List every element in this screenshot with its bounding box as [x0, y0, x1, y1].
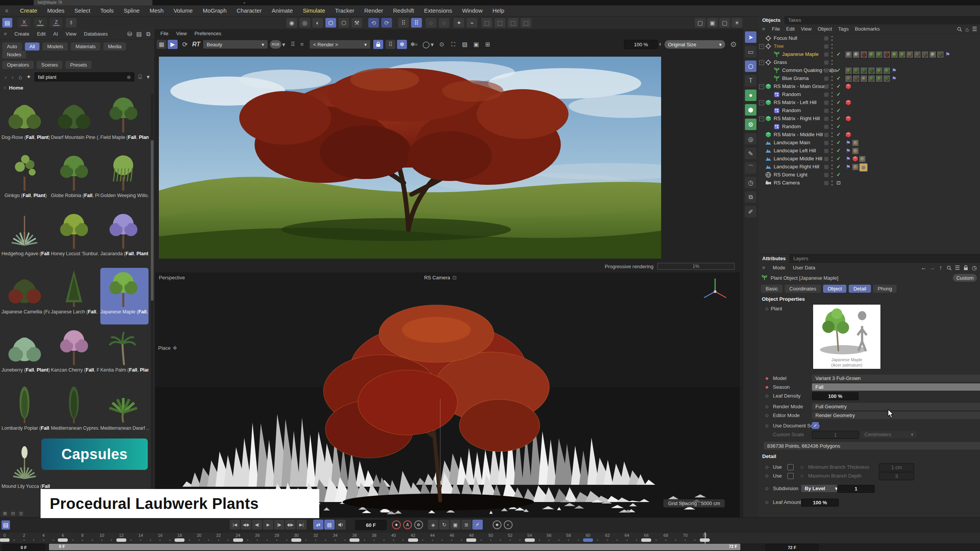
filter-auto[interactable]: Auto	[2, 42, 22, 51]
material-tag-icon[interactable]	[914, 51, 921, 58]
enable-check-icon[interactable]: ✓	[836, 116, 841, 121]
go-start-button[interactable]: |◀	[230, 520, 240, 530]
object-row[interactable]: Blue Grama●●✓⚑	[758, 75, 980, 83]
attr-menu-icon[interactable]: ≡	[758, 263, 769, 272]
enable-check-icon[interactable]: ✓	[836, 132, 841, 137]
refresh-icon[interactable]: ⟳	[180, 40, 190, 49]
asset-menu-databases[interactable]: Databases	[80, 29, 111, 39]
material-tag-icon[interactable]	[860, 51, 867, 58]
solo-icon[interactable]: ◉	[492, 520, 502, 530]
asset-menu-view[interactable]: View	[62, 29, 80, 39]
material-tag-icon[interactable]	[875, 67, 883, 74]
menu-modes[interactable]: Modes	[42, 5, 69, 16]
app-icon[interactable]: ≡	[0, 5, 13, 16]
menu-select[interactable]: Select	[69, 5, 95, 16]
database-icon[interactable]: ⛁	[126, 31, 134, 37]
attr-back-icon[interactable]: ←	[920, 264, 928, 271]
breadcrumb[interactable]: Home	[9, 85, 23, 91]
pencil-icon[interactable]: ✐	[745, 206, 756, 217]
layer-box[interactable]	[824, 141, 828, 145]
filter-all[interactable]: All	[25, 42, 39, 51]
box1-icon[interactable]: ⬚	[482, 18, 492, 28]
sound-icon[interactable]	[335, 520, 346, 530]
asset-item[interactable]: Golden Weeping Willo...	[100, 152, 149, 208]
visibility-dots[interactable]: ●●	[831, 91, 833, 98]
custom-button[interactable]: Custom	[953, 274, 977, 282]
object-row[interactable]: RS Dome Light●●✓	[758, 171, 980, 179]
asset-item[interactable]: Lombardy Poplar (Fall...	[2, 384, 50, 441]
filter-nodes[interactable]: Nodes	[2, 51, 26, 59]
axis-z-button[interactable]: Z	[50, 18, 63, 28]
object-row[interactable]: −RS Matrix - Left Hill●●✓	[758, 99, 980, 107]
home-icon[interactable]: ⌂	[16, 74, 24, 80]
attr-tab-phong[interactable]: Phong	[873, 285, 897, 293]
next-frame-button[interactable]: |▶	[274, 520, 284, 530]
use-checkbox[interactable]	[787, 464, 794, 470]
object-row[interactable]: Landscape Main●●✓⚑	[758, 139, 980, 147]
om-menu-object[interactable]: Object	[815, 24, 835, 34]
enable-check-icon[interactable]: ✓	[836, 108, 841, 113]
material-tag-icon[interactable]	[852, 147, 859, 155]
menu-simulate[interactable]: Simulate	[298, 5, 330, 16]
om-menu-icon[interactable]: ≡	[758, 24, 769, 34]
expander-icon[interactable]: −	[759, 84, 764, 89]
object-label[interactable]: Landscape Main	[774, 140, 810, 145]
filter-scenes[interactable]: Scenes	[37, 61, 62, 69]
snap-on-icon[interactable]: ⠿	[411, 18, 422, 28]
pass-dropdown[interactable]: Beauty▾	[203, 40, 268, 49]
render-icon[interactable]: ◉	[286, 18, 297, 28]
asset-item[interactable]: Dog-Rose (Fall, Plant)	[2, 93, 50, 150]
material-tag-icon[interactable]	[860, 75, 867, 82]
enable-check-icon[interactable]: ✓	[836, 156, 841, 161]
breadcrumb-back-icon[interactable]: ‹	[4, 84, 6, 91]
perspective-viewport[interactable]: Perspective RS Camera ⊡ Place ✥ Grid Spa…	[155, 272, 740, 517]
asset-menu-ai[interactable]: AI	[49, 29, 62, 39]
object-label[interactable]: Random	[782, 124, 801, 129]
enable-check-icon[interactable]: ✓	[836, 99, 841, 105]
keyframe-marker[interactable]	[0, 538, 10, 542]
add-view-icon[interactable]: ⊞	[483, 40, 493, 49]
keyframe-options-icon[interactable]: ⚙	[413, 520, 424, 530]
menu-character[interactable]: Character	[232, 5, 267, 16]
object-row[interactable]: Common Quaking Grass●●✓⚑	[758, 67, 980, 75]
enable-check-icon[interactable]: ✓	[836, 148, 841, 153]
expander-icon[interactable]: −	[759, 116, 764, 121]
material-tag-icon[interactable]	[898, 51, 906, 58]
asset-menu-create[interactable]: Create	[11, 29, 33, 39]
menu-tracker[interactable]: Tracker	[330, 5, 359, 16]
visibility-dots[interactable]: ●●	[831, 163, 833, 170]
model-value[interactable]: Variant 3 Full-Grown	[812, 375, 980, 382]
visibility-dots[interactable]: ●●	[831, 67, 833, 74]
layout-icon[interactable]: ▤	[135, 31, 143, 37]
object-row[interactable]: Random●●✓	[758, 107, 980, 115]
keyframe-marker[interactable]	[233, 538, 243, 542]
om-menu-edit[interactable]: Edit	[783, 24, 798, 34]
forward-icon[interactable]: ›	[9, 74, 16, 80]
layer-box[interactable]	[824, 165, 828, 169]
asset-item[interactable]: Ginkgo (Fall, Plant)	[2, 152, 50, 208]
loop-icon[interactable]: ⇄	[313, 520, 323, 530]
material-tag-icon[interactable]	[883, 67, 890, 74]
render-menu-view[interactable]: View	[172, 29, 191, 38]
search-input[interactable]: fall plant ⊗	[34, 72, 134, 82]
sphere-tool-icon[interactable]: ●	[745, 90, 756, 101]
object-label[interactable]: Landscape Left Hill	[774, 148, 816, 153]
popout-icon[interactable]: ⧉	[144, 31, 152, 37]
menu-mograph[interactable]: MoGraph	[198, 5, 232, 16]
filter-operators[interactable]: Operators	[2, 61, 34, 69]
object-row[interactable]: Focus Null●●	[758, 34, 980, 42]
menu-tools[interactable]: Tools	[95, 5, 119, 16]
use-doc-scale-checkbox[interactable]: ✓	[812, 422, 819, 429]
key-param-icon[interactable]: ≣	[461, 520, 472, 530]
focus-icon[interactable]: ⊙	[437, 40, 447, 49]
enable-check-icon[interactable]: ✓	[836, 83, 841, 89]
material-tag-icon[interactable]	[868, 75, 875, 82]
axis-tool-icon[interactable]: ⤉	[66, 18, 77, 28]
layer-box[interactable]	[824, 109, 828, 113]
visibility-dots[interactable]: ●●	[831, 179, 833, 186]
asset-item[interactable]: Mediterranean Dwarf ...	[100, 384, 149, 441]
region-dropdown-icon[interactable]: ▾	[431, 41, 434, 48]
object-label[interactable]: Landscape Middle Hill	[774, 156, 822, 161]
visibility-dots[interactable]: ●●	[831, 51, 833, 58]
enable-check-icon[interactable]: ✓	[836, 140, 841, 145]
